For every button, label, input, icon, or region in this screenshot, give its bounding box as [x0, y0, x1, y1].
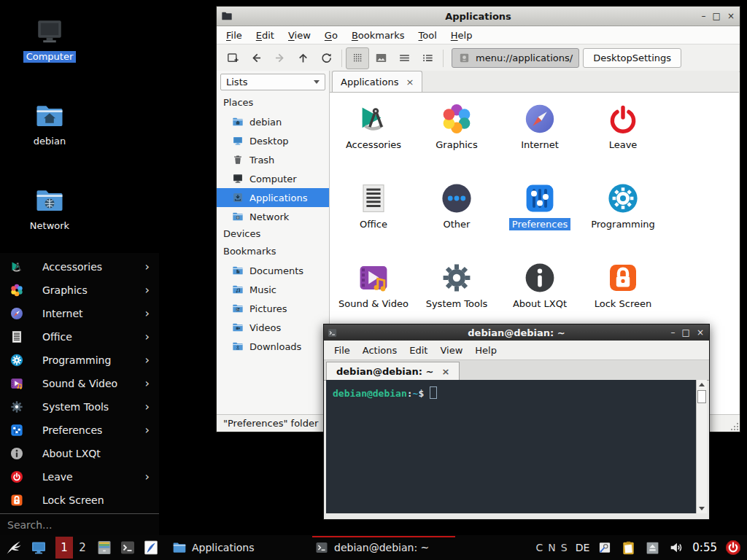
sidebar-item-documents[interactable]: Documents	[217, 261, 329, 280]
search-input[interactable]: Search...	[0, 513, 159, 535]
fm-titlebar[interactable]: Applications – □ ×	[217, 7, 740, 26]
app-item-label: Graphics	[433, 139, 480, 151]
eject-icon[interactable]	[645, 540, 660, 556]
tab-close-icon[interactable]: ×	[441, 366, 449, 377]
menu-go[interactable]: Go	[325, 30, 338, 41]
app-item-preferences[interactable]: Preferences	[498, 177, 581, 257]
app-item-label: About LXQt	[510, 298, 570, 310]
menu-view[interactable]: View	[440, 345, 462, 356]
maximize-button[interactable]: □	[713, 12, 721, 20]
sidebar-item-trash[interactable]: Trash	[217, 150, 329, 169]
file-manager-launcher[interactable]	[96, 539, 113, 556]
minimize-button[interactable]: –	[702, 12, 706, 20]
menu-item-graphics[interactable]: Graphics ›	[0, 279, 159, 302]
app-item-accessories[interactable]: Accessories	[332, 98, 415, 177]
desktop-icon-network[interactable]: Network	[15, 185, 85, 232]
menu-item-accessories[interactable]: Accessories ›	[0, 255, 159, 279]
terminal-tab[interactable]: debian@debian: ~ ×	[326, 362, 460, 380]
sidebar-item-applications[interactable]: Applications	[217, 188, 329, 207]
menu-file[interactable]: File	[226, 30, 242, 41]
computer-icon	[33, 16, 66, 47]
screenshot-icon[interactable]	[597, 540, 612, 555]
menu-item-sound-video[interactable]: Sound & Video ›	[0, 372, 159, 395]
sidebar-item-label: Downloads	[249, 341, 301, 352]
address-bar[interactable]: menu://applications/	[452, 48, 579, 68]
menu-tool[interactable]: Tool	[419, 30, 437, 41]
menu-item-office[interactable]: Office ›	[0, 325, 159, 349]
menu-item-programming[interactable]: Programming ›	[0, 349, 159, 372]
minimize-button[interactable]: –	[671, 328, 676, 337]
menu-item-system-tools[interactable]: System Tools ›	[0, 395, 159, 419]
app-item-leave[interactable]: Leave	[581, 98, 665, 177]
workspace-2-button[interactable]: 2	[75, 537, 90, 559]
scroll-up-icon[interactable]	[697, 380, 707, 389]
keyboard-layout-indicator[interactable]: DE	[576, 542, 590, 553]
app-item-programming[interactable]: Programming	[581, 177, 665, 257]
menu-bookmarks[interactable]: Bookmarks	[352, 30, 405, 41]
menu-item-internet[interactable]: Internet ›	[0, 302, 159, 325]
up-button[interactable]	[291, 47, 314, 69]
scroll-down-icon[interactable]	[697, 504, 707, 513]
menu-item-lock-screen[interactable]: Lock Screen	[0, 489, 159, 512]
sidebar-item-desktop[interactable]: Desktop	[217, 131, 329, 150]
reload-button[interactable]	[314, 47, 338, 69]
sidebar-item-videos[interactable]: Videos	[217, 318, 329, 337]
forward-button[interactable]	[268, 47, 291, 69]
icon-view-button[interactable]	[346, 47, 369, 69]
compact-view-button[interactable]	[392, 47, 416, 69]
terminal-launcher[interactable]	[119, 539, 136, 556]
menu-item-label: Accessories	[42, 261, 102, 273]
app-item-office[interactable]: Office	[332, 177, 415, 257]
power-button[interactable]	[724, 539, 742, 556]
maximize-button[interactable]: □	[682, 328, 690, 337]
desktop-icon-debian[interactable]: debian	[15, 101, 85, 147]
terminal-scrollbar[interactable]	[696, 380, 707, 513]
thumbnail-view-button[interactable]	[369, 47, 392, 69]
clock[interactable]: 0:55	[692, 541, 717, 554]
sidebar-item-computer[interactable]: Computer	[217, 169, 329, 188]
new-tab-button[interactable]	[221, 47, 244, 69]
close-button[interactable]: ×	[697, 328, 704, 337]
featherpad-launcher[interactable]	[142, 539, 160, 556]
scrollbar-thumb[interactable]	[697, 390, 706, 403]
menu-item-leave[interactable]: Leave ›	[0, 465, 159, 489]
menu-file[interactable]: File	[334, 345, 350, 356]
sidebar-mode-select[interactable]: Lists	[220, 74, 325, 90]
app-item-graphics[interactable]: Graphics	[415, 98, 498, 177]
sidebar-item-label: Network	[249, 211, 289, 222]
app-item-other[interactable]: Other	[415, 177, 498, 257]
terminal-content[interactable]: debian@debian:~$	[326, 380, 707, 513]
tab-close-icon[interactable]: ×	[406, 77, 414, 88]
taskbar-task-applications[interactable]: Applications	[170, 535, 300, 560]
volume-icon[interactable]	[668, 540, 684, 556]
app-item-internet[interactable]: Internet	[498, 98, 581, 177]
resize-grip[interactable]	[731, 423, 738, 430]
workspace-1-button[interactable]: 1	[55, 537, 73, 559]
sidebar-item-music[interactable]: Music	[217, 280, 329, 299]
menu-item-preferences[interactable]: Preferences ›	[0, 419, 159, 442]
menu-help[interactable]: Help	[451, 30, 473, 41]
folder-videos-icon	[232, 322, 244, 333]
back-button[interactable]	[244, 47, 268, 69]
desktop-icon-computer[interactable]: Computer	[15, 16, 85, 63]
menu-edit[interactable]: Edit	[409, 345, 427, 356]
sidebar-item-pictures[interactable]: Pictures	[217, 299, 329, 318]
menu-actions[interactable]: Actions	[363, 345, 398, 356]
menu-help[interactable]: Help	[475, 345, 497, 356]
show-desktop-button[interactable]	[30, 539, 47, 556]
desktop-settings-button[interactable]: DesktopSettings	[583, 48, 681, 68]
sidebar-item-debian[interactable]: debian	[217, 112, 329, 131]
menu-view[interactable]: View	[288, 30, 311, 41]
sidebar-item-downloads[interactable]: Downloads	[217, 337, 329, 356]
close-button[interactable]: ×	[727, 12, 735, 20]
terminal-titlebar[interactable]: debian@debian: ~ – □ ×	[324, 324, 709, 341]
taskbar-task-terminal[interactable]: debian@debian: ~	[312, 535, 455, 560]
clipboard-icon[interactable]	[620, 540, 637, 556]
app-item-label: Accessories	[343, 139, 404, 151]
tab-applications[interactable]: Applications ×	[332, 71, 422, 92]
menu-item-about-lxqt[interactable]: About LXQt	[0, 442, 159, 465]
sidebar-item-network[interactable]: Network	[217, 207, 329, 226]
start-menu-button[interactable]	[5, 539, 23, 556]
menu-edit[interactable]: Edit	[256, 30, 274, 41]
detailed-view-button[interactable]	[416, 47, 439, 69]
